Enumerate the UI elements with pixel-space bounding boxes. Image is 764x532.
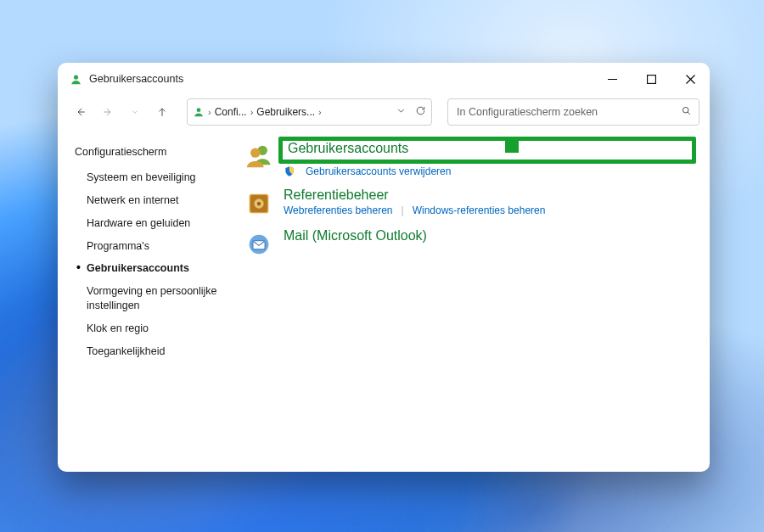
search-input[interactable]: [455, 105, 681, 119]
forward-button[interactable]: [97, 99, 119, 125]
category-credential-manager: Referentiebeheer Webreferenties beheren …: [244, 188, 696, 218]
breadcrumb-segment[interactable]: Confi...: [215, 106, 247, 118]
highlight-annotation: Gebruikersaccounts: [278, 137, 696, 164]
svg-point-5: [250, 148, 260, 158]
window-title: Gebruikersaccounts: [89, 73, 183, 85]
svg-rect-1: [647, 75, 655, 83]
sidebar: Configuratiescherm Systeem en beveiligin…: [58, 129, 238, 472]
titlebar-left: Gebruikersaccounts: [58, 73, 183, 86]
maximize-button[interactable]: [632, 65, 671, 92]
control-panel-window: Gebruikersaccounts: [58, 63, 710, 472]
search-icon: [681, 104, 692, 120]
close-button[interactable]: [671, 65, 710, 92]
svg-point-3: [683, 107, 688, 113]
category-title[interactable]: Mail (Microsoft Outlook): [284, 228, 427, 244]
breadcrumb-segment[interactable]: Gebruikers...: [256, 106, 315, 118]
sidebar-item-network-internet[interactable]: Netwerk en internet: [81, 189, 233, 212]
chevron-right-icon: ›: [317, 107, 323, 117]
window-body: Configuratiescherm Systeem en beveiligin…: [58, 129, 710, 472]
sidebar-heading[interactable]: Configuratiescherm: [70, 141, 233, 166]
sidebar-item-programs[interactable]: Programma's: [81, 235, 233, 258]
sidebar-item-hardware-sound[interactable]: Hardware en geluiden: [81, 212, 233, 235]
svg-point-2: [197, 108, 201, 112]
sidebar-item-user-accounts[interactable]: Gebruikersaccounts: [81, 257, 233, 280]
chevron-down-icon[interactable]: [396, 105, 407, 119]
category-title[interactable]: Referentiebeheer: [284, 188, 389, 203]
sidebar-item-appearance[interactable]: Vormgeving en persoonlijke instellingen: [81, 280, 233, 317]
address-bar[interactable]: › Confi... › Gebruikers... ›: [187, 98, 432, 126]
chevron-right-icon: ›: [206, 107, 213, 117]
titlebar: Gebruikersaccounts: [58, 63, 710, 95]
uac-shield-icon: [284, 165, 295, 177]
navigation-toolbar: › Confi... › Gebruikers... ›: [58, 95, 710, 129]
safe-icon: [244, 189, 273, 218]
recent-locations-button[interactable]: [124, 99, 146, 125]
svg-point-0: [74, 75, 78, 79]
window-controls: [593, 65, 710, 92]
up-button[interactable]: [151, 99, 173, 125]
highlight-annotation-square: [505, 139, 519, 153]
category-title[interactable]: Gebruikersaccounts: [288, 141, 408, 156]
svg-point-9: [257, 202, 261, 205]
minimize-button[interactable]: [593, 65, 632, 92]
mail-icon: [244, 230, 273, 259]
category-user-accounts: Gebruikersaccounts Gebruikersaccounts ve…: [244, 139, 696, 177]
user-accounts-icon: [70, 73, 82, 86]
user-accounts-icon: [193, 106, 205, 118]
task-link-remove-accounts[interactable]: Gebruikersaccounts verwijderen: [306, 165, 451, 177]
main-content: Gebruikersaccounts Gebruikersaccounts ve…: [238, 129, 710, 472]
users-icon: [244, 141, 273, 170]
back-button[interactable]: [70, 99, 92, 125]
sidebar-item-system-security[interactable]: Systeem en beveiliging: [81, 166, 233, 189]
sidebar-list: Systeem en beveiliging Netwerk en intern…: [70, 166, 233, 363]
refresh-icon[interactable]: [415, 105, 426, 119]
category-mail: Mail (Microsoft Outlook): [244, 228, 696, 259]
chevron-right-icon: ›: [249, 107, 256, 117]
search-box[interactable]: [447, 98, 699, 126]
sidebar-item-clock-region[interactable]: Klok en regio: [81, 317, 233, 340]
task-link-windows-credentials[interactable]: Windows-referenties beheren: [413, 204, 546, 216]
task-link-web-credentials[interactable]: Webreferenties beheren: [284, 204, 393, 216]
sidebar-item-accessibility[interactable]: Toegankelijkheid: [81, 340, 233, 363]
